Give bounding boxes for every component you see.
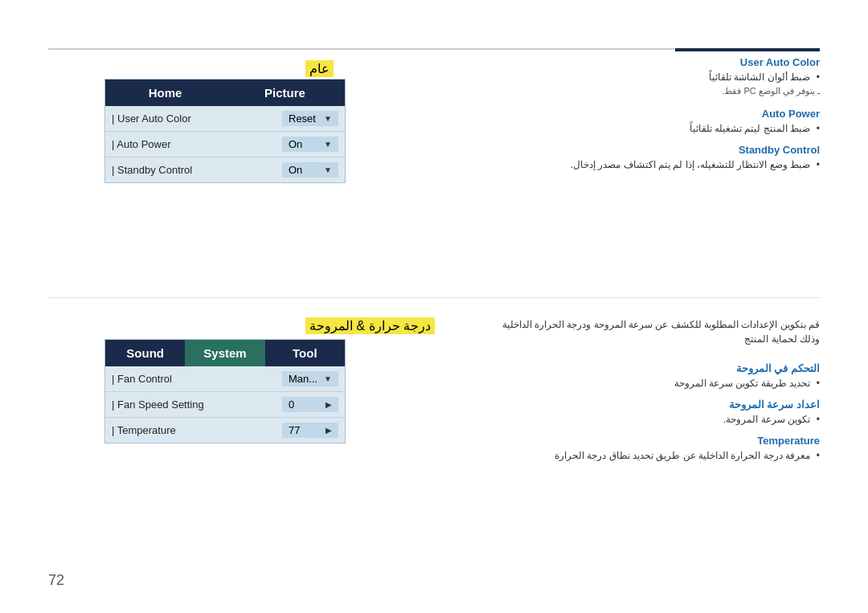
bullet-temperature-1: معرفة درجة الحرارة الداخلية عن طريق تحدي…	[482, 450, 820, 461]
section-temperature: Temperature معرفة درجة الحرارة الداخلية …	[482, 435, 820, 461]
row-label-auto-power: | Auto Power	[112, 138, 282, 150]
bullet-user-auto-color-1: ضبط ألوان الشاشة تلقائياً	[482, 72, 820, 83]
right-col-top: User Auto Color ضبط ألوان الشاشة تلقائيا…	[482, 56, 820, 180]
row-value-text-reset: Reset	[289, 112, 316, 125]
row-value-temperature[interactable]: 77 ▶	[282, 423, 338, 438]
row-fan-speed: | Fan Speed Setting 0 ▶	[105, 392, 345, 418]
title-auto-power: Auto Power	[482, 108, 820, 120]
row-standby-control: | Standby Control On ▼	[105, 157, 345, 182]
bullet-auto-power-1: ضبط المنتج ليتم تشغيله تلقائياً	[482, 123, 820, 134]
note-user-auto-color: ـ يتوفر في الوضع PC فقط.	[482, 84, 820, 98]
intro-text: قم بتكوين الإعدادات المطلوبة للكشف عن سر…	[482, 317, 820, 346]
row-value-fan-control[interactable]: Man... ▼	[282, 371, 338, 386]
title-fan-speed-setting: اعداد سرعة المروحة	[482, 398, 820, 411]
mid-divider	[48, 297, 820, 298]
page-number: 72	[48, 572, 64, 589]
tab-system[interactable]: System	[185, 340, 264, 366]
row-value-text-temp: 77	[289, 424, 300, 436]
right-bar-accent	[675, 48, 820, 51]
title-fan-control: التحكم في المروحة	[482, 362, 820, 374]
top-menu-box: Home Picture | User Auto Color Reset ▼ |…	[104, 79, 346, 183]
right-col-bottom: قم بتكوين الإعدادات المطلوبة للكشف عن سر…	[482, 317, 820, 471]
tab-picture[interactable]: Picture	[225, 80, 345, 106]
row-fan-control: | Fan Control Man... ▼	[105, 366, 345, 392]
row-label-fan-control: | Fan Control	[112, 373, 282, 385]
tab-tool[interactable]: Tool	[265, 340, 345, 366]
row-temperature: | Temperature 77 ▶	[105, 418, 345, 443]
row-value-standby[interactable]: On ▼	[282, 162, 338, 178]
dropdown-arrow-standby: ▼	[324, 166, 332, 174]
dropdown-arrow-fan: ▼	[324, 374, 332, 383]
section-fan-speed-setting: اعداد سرعة المروحة تكوين سرعة المروحة.	[482, 398, 820, 425]
row-label-temperature: | Temperature	[112, 424, 282, 436]
dropdown-arrow-reset: ▼	[324, 114, 332, 123]
row-value-text-man: Man...	[289, 373, 317, 385]
bullet-fan-control-1: تحديد طريقة تكوين سرعة المروحة	[482, 378, 820, 389]
row-label-standby: | Standby Control	[112, 164, 282, 176]
row-value-auto-power[interactable]: On ▼	[282, 137, 338, 152]
section-auto-power: Auto Power ضبط المنتج ليتم تشغيله تلقائي…	[482, 108, 820, 134]
title-standby-control: Standby Control	[482, 144, 820, 156]
bottom-menu-box: Sound System Tool | Fan Control Man... ▼…	[104, 339, 346, 443]
row-value-user-auto-color[interactable]: Reset ▼	[282, 111, 338, 126]
arrow-right-fan-speed[interactable]: ▶	[326, 400, 332, 409]
row-label-fan-speed: | Fan Speed Setting	[112, 398, 282, 411]
arabic-general-label: عام	[305, 60, 334, 77]
section-standby-control: Standby Control ضبط وضع الانتظار للتشغيل…	[482, 144, 820, 170]
arabic-fan-label: درجة حرارة & المروحة	[305, 317, 435, 334]
section-fan-control: التحكم في المروحة تحديد طريقة تكوين سرعة…	[482, 362, 820, 389]
tab-sound[interactable]: Sound	[105, 340, 185, 366]
section-user-auto-color: User Auto Color ضبط ألوان الشاشة تلقائيا…	[482, 56, 820, 98]
row-value-text-speed: 0	[289, 398, 294, 411]
dropdown-arrow-power: ▼	[324, 140, 332, 149]
row-auto-power: | Auto Power On ▼	[105, 132, 345, 157]
title-temperature: Temperature	[482, 435, 820, 447]
bullet-fan-speed-1: تكوين سرعة المروحة.	[482, 414, 820, 425]
row-label-user-auto-color: | User Auto Color	[112, 112, 282, 125]
row-value-text-on-standby: On	[289, 164, 302, 176]
bottom-menu-header: Sound System Tool	[105, 340, 345, 366]
title-user-auto-color: User Auto Color	[482, 56, 820, 68]
row-value-text-on-power: On	[289, 138, 302, 150]
top-menu-header: Home Picture	[105, 80, 345, 106]
row-user-auto-color: | User Auto Color Reset ▼	[105, 106, 345, 132]
tab-home[interactable]: Home	[105, 80, 225, 106]
bullet-standby-1: ضبط وضع الانتظار للتشغيله، إذا لم يتم اك…	[482, 159, 820, 170]
row-value-fan-speed[interactable]: 0 ▶	[282, 397, 338, 412]
arrow-right-temp[interactable]: ▶	[326, 426, 332, 435]
